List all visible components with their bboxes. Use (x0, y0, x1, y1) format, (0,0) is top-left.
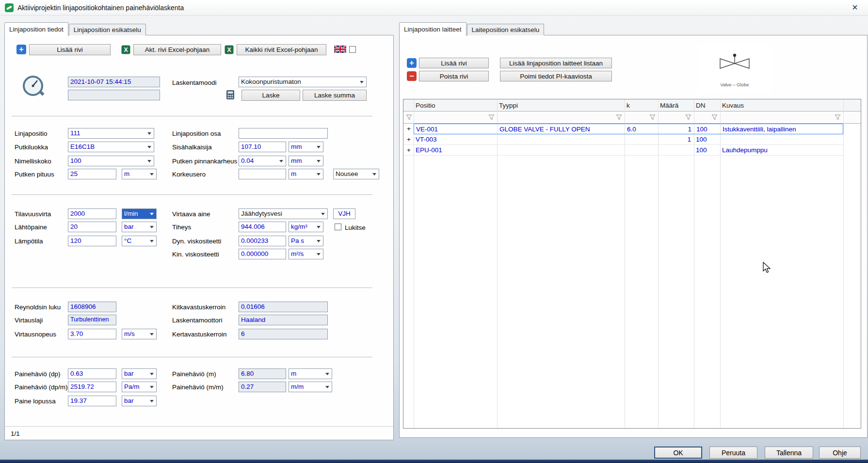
table-row[interactable]: VE-001 GLOBE VALVE - FULLY OPEN 6.0 1 10… (414, 124, 843, 134)
laskentamoodi-select[interactable]: Kokoonpuristumaton (239, 77, 367, 87)
column-header-positio[interactable]: Positio (416, 102, 435, 109)
row-expander[interactable]: + (407, 136, 411, 143)
lampotila-field[interactable]: 120 (68, 236, 116, 246)
virtausnopeus-unit-select[interactable]: m/s (122, 329, 157, 339)
tab-linjaposition-tiedot[interactable]: Linjaposition tiedot (4, 22, 68, 36)
help-button[interactable]: Ohje (819, 447, 861, 459)
putkiluokka-label: Putkiluokka (15, 143, 48, 151)
row-expander[interactable]: + (407, 146, 411, 154)
lampotila-unit-select[interactable]: °C (122, 236, 157, 246)
tilavuusvirta-unit-select[interactable]: l/min (122, 208, 157, 219)
tab-linjaposition-laitteet[interactable]: Linjaposition laitteet (399, 22, 466, 36)
virtausnopeus-field[interactable]: 3.70 (68, 329, 116, 339)
cell-dn: 100 (696, 136, 707, 143)
language-checkbox[interactable] (349, 46, 356, 53)
pinnankarheus-unit-select[interactable]: mm (289, 156, 323, 166)
column-header-tyyppi[interactable]: Tyyppi (499, 102, 518, 109)
cancel-button[interactable]: Peruuta (709, 447, 757, 459)
dyn-viskositeetti-field[interactable]: 0.000233 (239, 236, 286, 246)
ok-button[interactable]: OK (654, 447, 702, 459)
pick-from-pid-button[interactable]: Poimi tiedot PI-kaaviosta (500, 71, 612, 81)
add-row-button[interactable]: Lisää rivi (29, 44, 111, 55)
calculator-icon (226, 90, 235, 101)
laske-summa-button[interactable]: Laske summa (303, 90, 367, 101)
filter-funnel-icon[interactable] (649, 114, 656, 122)
painehavio-m-label: Painehäviö (m) (172, 370, 216, 378)
lukitse-checkbox[interactable] (335, 224, 341, 230)
remove-device-icon[interactable]: − (407, 71, 417, 81)
add-row-icon[interactable]: + (16, 45, 26, 54)
cell-dn: 100 (696, 126, 707, 133)
painehavio-dpm-unit-select[interactable]: Pa/m (122, 382, 157, 392)
filter-funnel-icon[interactable] (488, 114, 495, 122)
cell-maara: 1 (659, 126, 691, 133)
save-button[interactable]: Tallenna (765, 447, 813, 459)
reynolds-field: 1608906 (68, 302, 116, 312)
tab-linjaposition-esikatselu[interactable]: Linjaposition esikatselu (69, 24, 146, 35)
paine-lopussa-unit-select[interactable]: bar (122, 396, 157, 406)
sisahalkaisija-field[interactable]: 107.10 (239, 142, 286, 152)
row-expander[interactable]: + (407, 125, 411, 132)
painehavio-dpm-label: Painehäviö (dp/m) (15, 383, 68, 391)
painehavio-dp-unit-select[interactable]: bar (122, 368, 157, 379)
column-header-kuvaus[interactable]: Kuvaus (722, 102, 744, 109)
pinnankarheus-label: Putken pinnankarheus (172, 157, 237, 165)
painehavio-mm-unit-select[interactable]: m/m (289, 382, 332, 392)
table-row[interactable]: + EPU-001 100 Lauhdepumppu (403, 145, 843, 156)
korkeusero-field[interactable] (239, 169, 286, 179)
close-icon[interactable]: ✕ (846, 0, 864, 15)
table-row[interactable]: + VT-003 1 100 (403, 134, 843, 145)
all-rows-excel-button[interactable]: Kaikki rivit Excel-pohjaan (237, 44, 326, 55)
remove-device-row-button[interactable]: Poista rivi (419, 71, 489, 81)
filter-funnel-icon[interactable] (685, 114, 691, 122)
sisahalkaisija-unit-select[interactable]: mm (289, 142, 323, 152)
add-devices-to-list-button[interactable]: Lisää linjaposition laitteet listaan (500, 58, 612, 68)
laskentamoottori-label: Laskentamoottori (172, 316, 223, 324)
kin-viskositeetti-unit-select[interactable]: m²/s (289, 249, 323, 259)
tiheys-unit-select[interactable]: kg/m³ (289, 222, 323, 232)
lahtopaine-unit-select[interactable]: bar (122, 222, 157, 232)
korkeusero-direction-select[interactable]: Nousee (333, 169, 379, 179)
tilavuusvirta-label: Tilavuusvirta (15, 210, 51, 218)
filter-funnel-icon[interactable] (616, 114, 622, 122)
add-device-icon[interactable]: + (407, 58, 417, 68)
korkeusero-unit-select[interactable]: m (289, 169, 323, 179)
column-header-k[interactable]: k (627, 102, 630, 109)
add-device-row-button[interactable]: Lisää rivi (419, 58, 489, 68)
filter-funnel-icon[interactable] (406, 114, 412, 122)
dyn-viskositeetti-unit-select[interactable]: Pa s (289, 236, 323, 246)
dyn-viskositeetti-label: Dyn. viskositeetti (172, 237, 221, 245)
active-row-excel-button[interactable]: Akt. rivi Excel-pohjaan (133, 44, 221, 55)
table-filter-row (403, 112, 861, 124)
tab-laiteposition-esikatselu[interactable]: Laiteposition esikatselu (467, 24, 545, 35)
right-panel: + Lisää rivi Lisää linjaposition laittee… (399, 35, 868, 438)
column-header-maara[interactable]: Määrä (660, 102, 678, 109)
linjapositio-select[interactable]: 111 (68, 128, 154, 139)
right-tabbar: Linjaposition laitteet Laiteposition esi… (399, 22, 545, 35)
tiheys-field[interactable]: 944.006 (239, 222, 286, 232)
virtausnopeus-label: Virtausnopeus (15, 330, 56, 338)
filter-funnel-icon[interactable] (711, 114, 718, 122)
putkiluokka-select[interactable]: E16C1B (68, 142, 154, 152)
painehavio-dp-field[interactable]: 0.63 (68, 368, 116, 379)
lahtopaine-field[interactable]: 20 (68, 222, 116, 232)
linjaposition-osa-field[interactable] (239, 128, 328, 139)
cell-tyyppi: GLOBE VALVE - FULLY OPEN (499, 126, 590, 133)
nimelliskoko-select[interactable]: 100 (68, 156, 154, 166)
virtaava-aine-select[interactable]: Jäähdytysvesi (239, 208, 328, 219)
filter-funnel-icon[interactable] (835, 114, 841, 122)
putken-pituus-field[interactable]: 25 (68, 169, 116, 179)
paine-lopussa-field[interactable]: 19.37 (68, 396, 116, 406)
pinnankarheus-select[interactable]: 0.04 (239, 156, 286, 166)
painehavio-m-unit-select[interactable]: m (289, 368, 332, 379)
kertavastuskerroin-label: Kertavastuskerroin (172, 330, 227, 338)
svg-text:X: X (124, 46, 128, 53)
column-header-dn[interactable]: DN (696, 102, 706, 109)
app-window: Aktiiviprojektin linjapositiokohtainen p… (0, 0, 868, 463)
laske-button[interactable]: Laske (241, 90, 300, 101)
painehavio-dpm-field[interactable]: 2519.72 (68, 382, 116, 392)
cell-positio: VE-001 (416, 126, 438, 133)
putken-pituus-unit-select[interactable]: m (122, 169, 157, 179)
kin-viskositeetti-field[interactable]: 0.000000 (239, 249, 286, 259)
tilavuusvirta-field[interactable]: 2000 (68, 208, 116, 219)
